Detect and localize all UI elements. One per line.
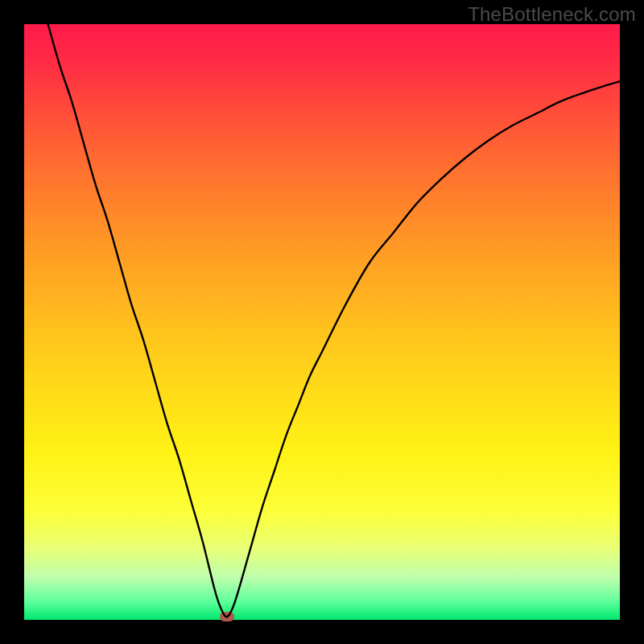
chart-frame: TheBottleneck.com (0, 0, 644, 644)
plot-area (24, 24, 620, 620)
watermark-text: TheBottleneck.com (468, 3, 636, 26)
bottleneck-curve (24, 24, 620, 620)
